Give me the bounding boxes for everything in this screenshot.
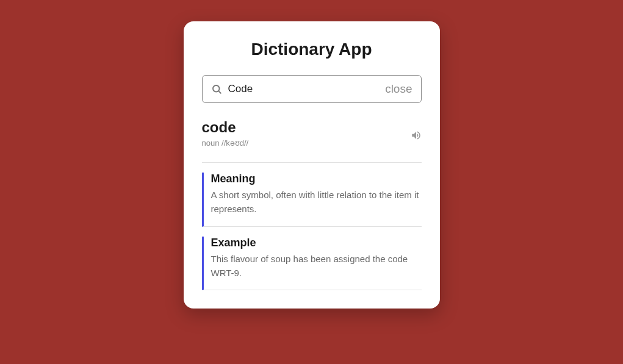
search-icon bbox=[211, 84, 222, 95]
example-title: Example bbox=[211, 237, 422, 249]
example-text: This flavour of soup has been assigned t… bbox=[211, 252, 422, 280]
example-section: Example This flavour of soup has been as… bbox=[202, 237, 422, 291]
meaning-title: Meaning bbox=[211, 173, 422, 185]
result-subtext: noun //kəʊd// bbox=[202, 138, 411, 148]
svg-line-1 bbox=[218, 91, 220, 93]
search-input[interactable] bbox=[228, 83, 380, 95]
volume-icon[interactable] bbox=[411, 130, 422, 141]
close-button[interactable]: close bbox=[385, 82, 412, 96]
result-word: code bbox=[202, 119, 411, 136]
word-info: code noun //kəʊd// bbox=[202, 119, 411, 148]
meaning-section: Meaning A short symbol, often with littl… bbox=[202, 173, 422, 227]
search-bar: close bbox=[202, 75, 422, 103]
meaning-text: A short symbol, often with little relati… bbox=[211, 188, 422, 216]
result-header: code noun //kəʊd// bbox=[202, 119, 422, 163]
dictionary-card: Dictionary App close code noun //kəʊd// … bbox=[184, 21, 440, 309]
app-title: Dictionary App bbox=[202, 40, 422, 59]
